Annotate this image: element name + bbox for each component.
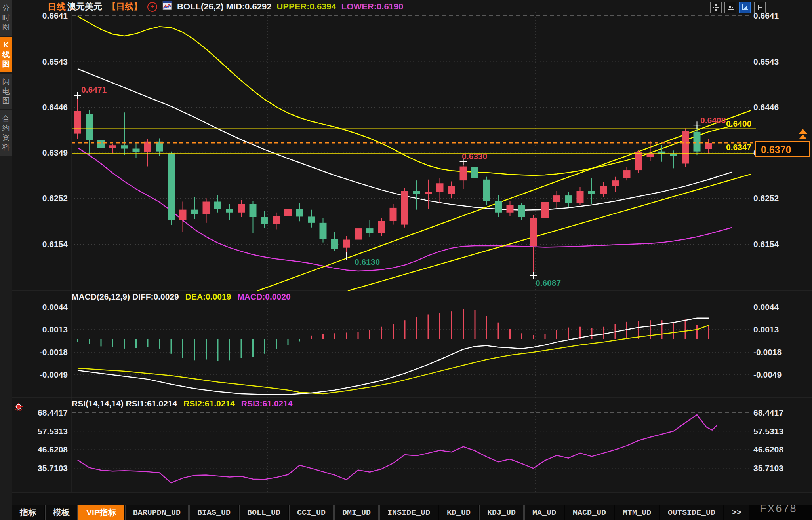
candle-body	[401, 191, 408, 224]
macd-axis-label-left: 0.0013	[24, 325, 68, 334]
candle-body	[635, 152, 642, 170]
period-label[interactable]: 【日线】	[107, 1, 142, 13]
alert-icon[interactable]	[13, 403, 24, 416]
candle-body	[331, 239, 338, 249]
candle-body	[343, 240, 350, 248]
macd-axis-label-left: -0.0018	[24, 347, 68, 357]
trendline	[257, 110, 751, 291]
price-annotation: 0.6130	[355, 257, 380, 267]
candle-body	[448, 186, 455, 194]
sidebar-item-0[interactable]: 分时图	[0, 0, 12, 36]
price-annotation: 0.6471	[81, 85, 107, 95]
candle-body	[495, 201, 502, 212]
axis-scale-tool-icon[interactable]	[724, 2, 736, 13]
candle-body	[682, 131, 689, 163]
candle-body	[436, 183, 444, 192]
price-annotation: 0.6087	[536, 278, 561, 288]
candle-body	[168, 153, 175, 220]
candle-body	[460, 167, 467, 181]
price-axis-label-right: 0.6446	[753, 102, 779, 112]
sidebar: 分时图K线图闪电图合约资料	[0, 0, 12, 520]
rsi3-label: RSI3:61.0214	[241, 399, 293, 408]
rsi-axis-label-left: 35.7103	[24, 463, 68, 473]
price-axis-label-left: 0.6641	[24, 11, 68, 21]
price-axis-label-left: 0.6543	[24, 57, 68, 66]
tab-bollud[interactable]: BOLL_UD	[239, 505, 288, 520]
boll-upper-line	[78, 16, 732, 175]
rsi-axis-label-right: 35.7103	[753, 463, 783, 473]
tab-dmiud[interactable]: DMI_UD	[334, 505, 379, 520]
price-axis-label-right: 0.6252	[753, 194, 779, 203]
macd-axis-label-right: 0.0044	[753, 302, 779, 312]
tab-vip[interactable]: VIP指标	[78, 505, 124, 520]
tab-kdud[interactable]: KD_UD	[439, 505, 478, 520]
candle-body	[273, 216, 280, 224]
macd-dea-label: DEA:0.0019	[185, 292, 231, 302]
sidebar-item-1[interactable]: K线图	[0, 37, 12, 72]
candle-body	[577, 191, 584, 203]
hline-price-label: 0.6400	[726, 119, 751, 129]
tab-[interactable]: 指标	[12, 505, 44, 520]
price-axis-label-right: 0.6154	[753, 239, 779, 249]
candle-body	[261, 217, 268, 224]
watermark: FX678	[760, 503, 797, 515]
hline-price-label: 0.6347	[726, 142, 751, 152]
candle-body	[694, 132, 701, 152]
candle-body	[483, 180, 490, 201]
rsi2-label: RSI2:61.0214	[183, 399, 235, 408]
tab-maud[interactable]: MA_UD	[524, 505, 564, 520]
price-axis-label-left: 0.6154	[24, 239, 68, 249]
macd-axis-label-left: -0.0049	[24, 370, 68, 380]
candle-body	[366, 228, 374, 233]
tab-[interactable]: >>	[724, 505, 749, 520]
rsi-line	[78, 415, 717, 483]
candle-body	[471, 167, 478, 178]
tab-cciud[interactable]: CCI_UD	[289, 505, 334, 520]
sidebar-item-2[interactable]: 闪电图	[0, 74, 12, 109]
move-tool-icon[interactable]	[710, 2, 722, 13]
tab-macdud[interactable]: MACD_UD	[565, 505, 614, 520]
candle-body	[355, 228, 362, 239]
candle-body	[553, 195, 560, 202]
sidebar-item-3[interactable]: 合约资料	[0, 110, 12, 156]
date-axis-row	[12, 493, 812, 505]
candle-body	[320, 223, 327, 239]
candle-body	[378, 221, 385, 233]
candle-body	[250, 204, 257, 217]
mini-chart-icon[interactable]	[162, 1, 172, 13]
tab-[interactable]: 模板	[45, 505, 78, 520]
rsi-axis-label-right: 46.6208	[753, 445, 783, 454]
candle-body	[612, 180, 619, 186]
candle-body	[226, 209, 233, 212]
tab-kdjud[interactable]: KDJ_UD	[479, 505, 524, 520]
tab-mtmud[interactable]: MTM_UD	[615, 505, 659, 520]
candle-body	[390, 208, 397, 221]
rsi-axis-label-right: 68.4417	[753, 408, 783, 418]
macd-axis-label-right: 0.0013	[753, 325, 779, 334]
candle-body	[214, 201, 221, 209]
tab-biasud[interactable]: BIAS_UD	[189, 505, 238, 520]
candle-body	[600, 186, 607, 194]
tab-insideud[interactable]: INSIDE_UD	[379, 505, 438, 520]
price-axis-label-left: 0.6446	[24, 102, 68, 112]
price-up-arrow-icon	[797, 128, 809, 143]
indicator-tabbar: 指标模板VIP指标BARUPDN_UDBIAS_UDBOLL_UDCCI_UDD…	[12, 505, 812, 520]
rsi-axis-label-left: 46.6208	[24, 445, 68, 454]
macd-panel-title: MACD(26,12,9) DIFF:0.0029 DEA:0.0019 MAC…	[72, 292, 291, 302]
tab-barupdnud[interactable]: BARUPDN_UD	[125, 505, 189, 520]
candle-body	[507, 205, 514, 213]
candle-body	[530, 218, 537, 246]
crosshair-tool-icon[interactable]	[754, 2, 766, 13]
tab-outsideud[interactable]: OUTSIDE_UD	[660, 505, 723, 520]
add-indicator-icon[interactable]: +	[147, 2, 157, 12]
candle-body	[413, 191, 420, 194]
price-annotation: 0.6408	[700, 116, 726, 125]
candle-body	[238, 204, 245, 212]
boll-upper-label: UPPER:0.6394	[276, 2, 336, 12]
chart-canvas[interactable]	[0, 0, 812, 520]
macd-title: MACD(26,12,9) DIFF:0.0029	[72, 292, 179, 302]
candle-body	[97, 140, 105, 148]
candle-body	[670, 154, 677, 156]
axis-pointer-tool-icon[interactable]	[739, 2, 751, 13]
price-annotation: 0.6330	[462, 152, 487, 161]
